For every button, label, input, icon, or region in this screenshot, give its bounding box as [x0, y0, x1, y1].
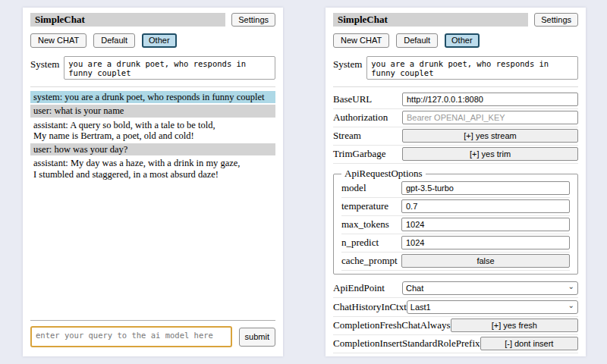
authorization-input[interactable] — [402, 111, 578, 124]
setting-control — [401, 218, 570, 231]
trimgarbage-toggle-button[interactable]: [+] yes trim — [402, 147, 578, 161]
setting-row-completioninsertstandardroleprefix: CompletionInsertStandardRolePrefix[-] do… — [333, 335, 578, 353]
session-default-button[interactable]: Default — [396, 33, 438, 48]
settings-list-bottom: ApiEndPointChat⌄ChatHistoryInCtxtLast1⌄C… — [333, 279, 578, 353]
setting-control — [402, 93, 578, 106]
query-block: submit — [30, 315, 275, 347]
setting-row-apiendpoint: ApiEndPointChat⌄ — [333, 279, 578, 298]
apiendpoint-select[interactable]: Chat — [402, 281, 578, 295]
max-tokens-label: max_tokens — [341, 218, 389, 231]
settings-list-top: BaseURLAuthorizationStream[+] yes stream… — [333, 91, 578, 164]
setting-row-model: model — [341, 180, 570, 198]
app-title: SimpleChat — [333, 13, 528, 27]
chat-message-user: user: what is your name — [30, 105, 275, 117]
settings-panel: SimpleChat Settings New CHAT Default Oth… — [326, 8, 586, 356]
completioninsertstandardroleprefix-toggle-button[interactable]: [-] dont insert — [480, 337, 578, 350]
chat-message-user: user: how was your day? — [30, 143, 275, 155]
setting-control: [-] dont insert — [480, 337, 578, 350]
chat-message-assistant: assistant: My day was a haze, with a dri… — [30, 157, 275, 180]
setting-control — [401, 236, 570, 249]
chat-panel: SimpleChat Settings New CHAT Default Oth… — [23, 8, 283, 356]
baseurl-label: BaseURL — [333, 93, 372, 105]
header: SimpleChat Settings — [30, 13, 275, 27]
setting-row-baseurl: BaseURL — [333, 91, 578, 109]
trimgarbage-label: TrimGarbage — [333, 148, 386, 160]
session-other-button[interactable]: Other — [142, 33, 177, 48]
system-prompt-input[interactable]: you are a drunk poet, who responds in fu… — [366, 56, 578, 80]
model-input[interactable] — [401, 181, 570, 195]
cache-prompt-toggle-button[interactable]: false — [401, 254, 570, 268]
setting-row-n-predict: n_predict — [341, 234, 570, 253]
setting-control: false — [401, 254, 570, 268]
completionfreshchatalways-toggle-button[interactable]: [+] yes fresh — [451, 318, 578, 332]
setting-row-max-tokens: max_tokens — [341, 216, 570, 234]
session-row: New CHAT Default Other — [333, 33, 578, 48]
apiendpoint-label: ApiEndPoint — [333, 282, 385, 294]
setting-control: [+] yes trim — [402, 147, 578, 161]
fieldset-legend: ApiRequestOptions — [341, 168, 426, 180]
api-request-options-fieldset: ApiRequestOptions modeltemperaturemax_to… — [333, 168, 578, 275]
temperature-input[interactable] — [401, 199, 570, 213]
setting-row-temperature: temperature — [341, 198, 570, 216]
setting-row-authorization: Authorization — [333, 109, 578, 127]
chathistoryinctxt-label: ChatHistoryInCtxt — [333, 301, 407, 313]
setting-row-stream: Stream[+] yes stream — [333, 127, 578, 146]
submit-button[interactable]: submit — [239, 328, 275, 347]
chat-message-system: system: you are a drunk poet, who respon… — [30, 91, 275, 103]
session-default-button[interactable]: Default — [93, 33, 135, 48]
setting-control — [401, 199, 570, 213]
system-row: System you are a drunk poet, who respond… — [30, 56, 275, 80]
setting-control: Last1⌄ — [407, 300, 578, 314]
divider — [333, 86, 578, 87]
setting-row-completionfreshchatalways: CompletionFreshChatAlways[+] yes fresh — [333, 317, 578, 335]
session-row: New CHAT Default Other — [30, 33, 275, 48]
chathistoryinctxt-select[interactable]: Last1 — [407, 300, 578, 314]
cache-prompt-label: cache_prompt — [341, 255, 398, 267]
new-chat-button[interactable]: New CHAT — [333, 33, 389, 48]
baseurl-input[interactable] — [402, 93, 578, 106]
setting-control: Chat⌄ — [402, 281, 578, 295]
divider — [30, 86, 275, 87]
settings-button[interactable]: Settings — [231, 13, 275, 27]
query-block: submit — [333, 353, 578, 356]
query-row: submit — [30, 326, 275, 347]
setting-control — [401, 181, 570, 195]
n-predict-input[interactable] — [401, 236, 570, 249]
max-tokens-input[interactable] — [401, 218, 570, 231]
setting-control: [+] yes fresh — [451, 318, 578, 332]
setting-control: [+] yes stream — [402, 129, 578, 143]
header: SimpleChat Settings — [333, 13, 578, 27]
stream-label: Stream — [333, 130, 361, 142]
system-row: System you are a drunk poet, who respond… — [333, 56, 578, 80]
model-label: model — [341, 182, 366, 194]
setting-row-cache-prompt: cache_promptfalse — [341, 253, 570, 271]
system-prompt-input[interactable]: you are a drunk poet, who responds in fu… — [64, 56, 275, 80]
apiendpoint-select-wrap: Chat⌄ — [402, 281, 578, 295]
session-other-button[interactable]: Other — [445, 33, 480, 48]
chathistoryinctxt-select-wrap: Last1⌄ — [407, 300, 578, 314]
page: SimpleChat Settings New CHAT Default Oth… — [0, 0, 607, 364]
chat-history: system: you are a drunk poet, who respon… — [30, 91, 275, 315]
stream-toggle-button[interactable]: [+] yes stream — [402, 129, 578, 143]
setting-row-trimgarbage: TrimGarbage[+] yes trim — [333, 146, 578, 164]
temperature-label: temperature — [341, 200, 388, 212]
setting-row-chathistoryinctxt: ChatHistoryInCtxtLast1⌄ — [333, 298, 578, 317]
authorization-label: Authorization — [333, 111, 388, 124]
chat-message-assistant: assistant: A query so bold, with a tale … — [30, 119, 275, 143]
new-chat-button[interactable]: New CHAT — [30, 33, 86, 48]
query-input[interactable] — [30, 326, 232, 347]
settings-list-fieldset: modeltemperaturemax_tokensn_predictcache… — [341, 180, 570, 271]
setting-control — [402, 111, 578, 124]
system-label: System — [333, 56, 362, 71]
completioninsertstandardroleprefix-label: CompletionInsertStandardRolePrefix — [333, 337, 480, 350]
system-label: System — [30, 56, 59, 71]
settings-button[interactable]: Settings — [534, 13, 578, 27]
n-predict-label: n_predict — [341, 237, 379, 249]
divider — [30, 320, 275, 321]
completionfreshchatalways-label: CompletionFreshChatAlways — [333, 319, 451, 331]
app-title: SimpleChat — [30, 13, 225, 27]
